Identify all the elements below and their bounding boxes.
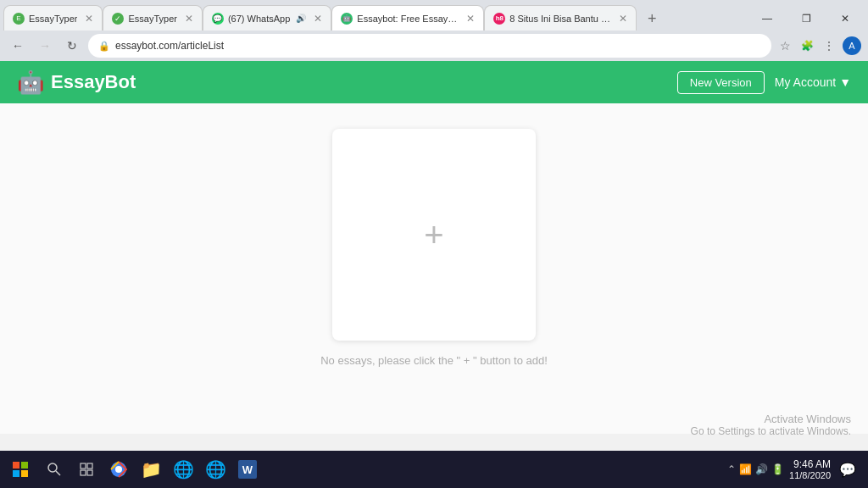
sound-icon: 🔊: [296, 14, 306, 23]
tab-close-2[interactable]: ✕: [185, 13, 193, 25]
app-content: + No essays, please click the " + " butt…: [0, 103, 868, 434]
minimize-button[interactable]: —: [748, 7, 787, 30]
tab-whatsapp[interactable]: 💬 (67) WhatsApp 🔊 ✕: [203, 5, 331, 30]
forward-button[interactable]: →: [34, 35, 56, 57]
clock-date: 11/8/2020: [789, 470, 831, 480]
header-right: New Version My Account ▼: [677, 71, 851, 94]
refresh-button[interactable]: ↻: [61, 35, 83, 57]
sound-tray-icon[interactable]: 🔊: [755, 463, 768, 475]
tabs-bar: E EssayTyper ✕ ✓ EssayTyper ✕ 💬 (67) Wha…: [0, 0, 868, 30]
notification-button[interactable]: 💬: [836, 458, 860, 481]
search-button[interactable]: [39, 454, 70, 485]
profile-avatar[interactable]: A: [843, 36, 861, 55]
add-essay-plus-icon[interactable]: +: [424, 218, 443, 252]
tab-favicon-whatsapp: 💬: [212, 13, 224, 25]
address-bar: ← → ↻ 🔒 essaybot.com/articleList ☆ 🧩 ⋮ A: [0, 30, 868, 61]
tab-label-2: EssayTyper: [128, 14, 176, 24]
tab-essaytyper-1[interactable]: E EssayTyper ✕: [3, 5, 103, 30]
logo-robot-icon: 🤖: [17, 69, 44, 96]
tab-essaytyper-2[interactable]: ✓ EssayTyper ✕: [103, 5, 202, 30]
tab-label-whatsapp: (67) WhatsApp: [228, 14, 290, 24]
app-body: 🤖 EssayBot New Version My Account ▼ + No…: [0, 61, 868, 434]
tab-close-h8[interactable]: ✕: [619, 13, 627, 25]
tab-favicon-1: E: [13, 13, 25, 25]
back-button[interactable]: ←: [7, 35, 29, 57]
network-icon[interactable]: 📶: [739, 463, 752, 475]
tab-favicon-2: ✓: [112, 13, 124, 25]
battery-icon[interactable]: 🔋: [771, 463, 784, 475]
my-account-button[interactable]: My Account ▼: [775, 75, 851, 89]
system-clock: 9:46 AM 11/8/2020: [789, 458, 831, 480]
address-right-icons: ☆ 🧩 ⋮ A: [776, 36, 861, 55]
svg-rect-9: [87, 470, 92, 475]
new-version-button[interactable]: New Version: [677, 71, 765, 94]
svg-rect-1: [21, 462, 28, 469]
bookmark-icon[interactable]: ☆: [776, 37, 793, 54]
svg-rect-7: [87, 463, 92, 469]
new-tab-button[interactable]: +: [640, 7, 664, 30]
add-essay-card[interactable]: +: [332, 129, 536, 341]
svg-point-4: [48, 463, 57, 472]
taskbar-left: 📁 🌐 🌐 W: [3, 452, 263, 486]
window-controls: — ❐ ✕: [748, 7, 865, 30]
restore-button[interactable]: ❐: [787, 7, 826, 30]
taskbar-right: ⌃ 📶 🔊 🔋 9:46 AM 11/8/2020 💬: [727, 458, 865, 481]
svg-rect-2: [13, 470, 19, 477]
tab-essaybot[interactable]: 🤖 Essaybot: Free Essay Writing T... ✕: [331, 5, 484, 30]
no-essays-message: No essays, please click the " + " button…: [320, 354, 548, 367]
logo-area: 🤖 EssayBot: [17, 69, 136, 96]
tab-close-essaybot[interactable]: ✕: [466, 13, 475, 25]
tab-favicon-h8: h8: [493, 13, 505, 25]
taskbar-folder-icon[interactable]: 📁: [136, 454, 166, 485]
taskbar: 📁 🌐 🌐 W ⌃ 📶 🔊 🔋 9:46 AM 11/8/2020 💬: [0, 451, 868, 488]
svg-point-11: [115, 466, 122, 473]
activate-windows-subtitle: Go to Settings to activate Windows.: [691, 425, 851, 437]
extensions-icon[interactable]: 🧩: [798, 37, 815, 54]
tab-label-1: EssayTyper: [29, 14, 77, 24]
tab-close-whatsapp[interactable]: ✕: [314, 13, 322, 25]
taskbar-word-icon[interactable]: W: [232, 454, 263, 485]
lock-icon: 🔒: [98, 41, 110, 52]
url-text: essaybot.com/articleList: [115, 40, 761, 52]
activate-windows-title: Activate Windows: [691, 413, 851, 425]
tab-label-h8: 8 Situs Ini Bisa Bantu Esai Hin...: [509, 14, 611, 24]
more-icon[interactable]: ⋮: [821, 37, 837, 54]
tray-arrow-icon[interactable]: ⌃: [727, 463, 736, 475]
tab-label-essaybot: Essaybot: Free Essay Writing T...: [357, 14, 459, 24]
taskbar-taskbar-icon3[interactable]: 🌐: [168, 454, 198, 485]
activate-windows-watermark: Activate Windows Go to Settings to activ…: [691, 413, 851, 437]
taskbar-edge-icon[interactable]: 🌐: [200, 454, 231, 485]
system-tray: ⌃ 📶 🔊 🔋: [727, 463, 784, 475]
svg-rect-3: [21, 470, 28, 477]
clock-time: 9:46 AM: [789, 458, 831, 470]
tab-h8[interactable]: h8 8 Situs Ini Bisa Bantu Esai Hin... ✕: [484, 5, 637, 30]
svg-line-5: [56, 471, 60, 475]
chevron-down-icon: ▼: [839, 75, 851, 89]
logo-text: EssayBot: [51, 71, 136, 93]
tab-favicon-essaybot: 🤖: [341, 13, 353, 25]
tab-close-1[interactable]: ✕: [85, 13, 93, 25]
svg-rect-8: [81, 470, 86, 475]
close-button[interactable]: ✕: [826, 7, 865, 30]
taskbar-chrome-icon[interactable]: [103, 454, 134, 485]
app-header: 🤖 EssayBot New Version My Account ▼: [0, 61, 868, 103]
url-bar[interactable]: 🔒 essaybot.com/articleList: [88, 34, 771, 58]
start-button[interactable]: [3, 452, 37, 486]
task-view-button[interactable]: [71, 454, 102, 485]
svg-rect-0: [13, 462, 19, 469]
svg-rect-6: [81, 463, 86, 469]
